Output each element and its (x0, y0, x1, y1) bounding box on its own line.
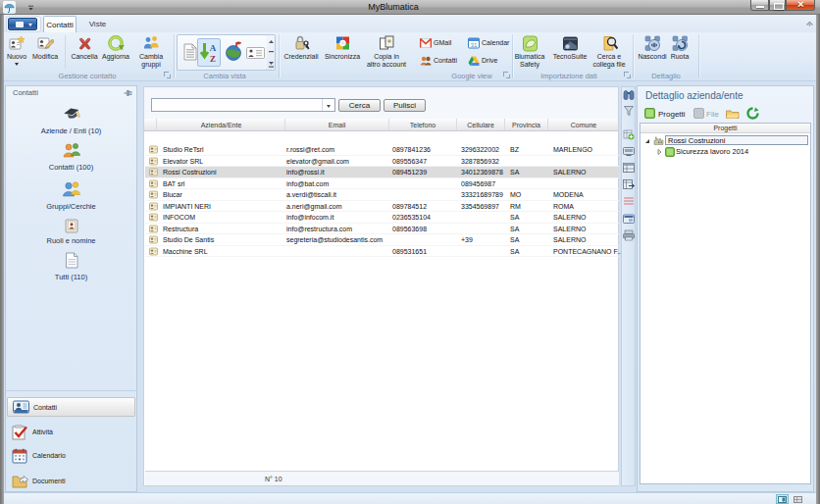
svg-text:Z: Z (210, 54, 216, 64)
svg-text:31: 31 (471, 42, 478, 48)
svg-text:A: A (210, 43, 217, 53)
